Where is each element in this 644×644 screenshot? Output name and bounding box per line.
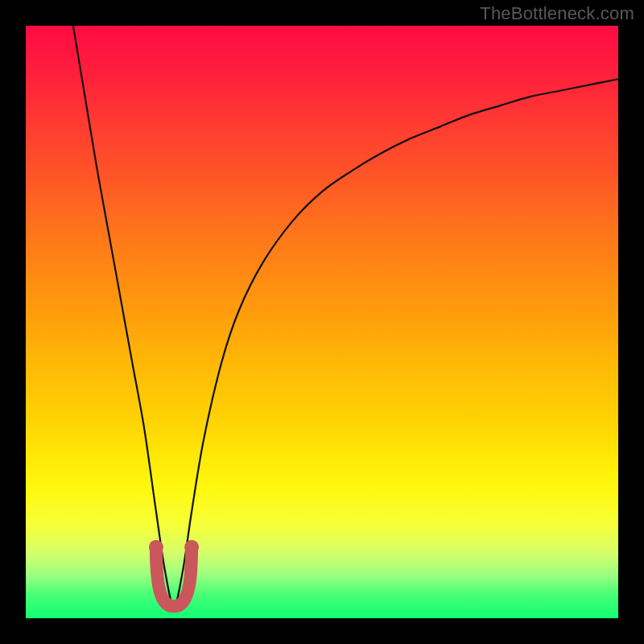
chart-container: TheBottleneck.com	[0, 0, 644, 644]
curve-svg	[26, 26, 618, 618]
mismatch-curve	[73, 26, 618, 606]
plot-area	[26, 26, 618, 618]
optimal-marker-dot-left	[149, 540, 163, 555]
optimal-marker-dot-right	[184, 540, 199, 555]
watermark-text: TheBottleneck.com	[480, 3, 634, 24]
optimal-marker	[156, 547, 192, 607]
